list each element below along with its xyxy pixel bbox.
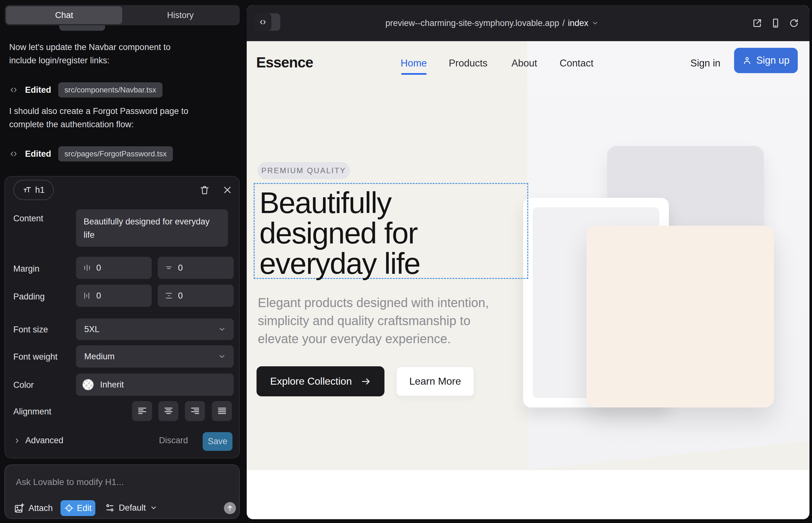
discard-button[interactable]: Discard (159, 436, 188, 446)
align-justify-button[interactable] (212, 401, 232, 421)
hero-badge: PREMIUM QUALITY (258, 162, 350, 179)
send-button[interactable] (224, 502, 236, 514)
url-breadcrumb[interactable]: preview--charming-site-symphony.lovable.… (385, 5, 599, 41)
padding-vertical-icon (165, 292, 173, 300)
code-view-button[interactable] (254, 13, 271, 31)
site-logo[interactable]: Essence (256, 54, 313, 71)
alignment-label: Alignment (13, 407, 51, 417)
delete-element-button[interactable] (198, 183, 212, 197)
nav-link-about[interactable]: About (511, 58, 537, 69)
align-justify-icon (217, 406, 227, 417)
arrow-up-icon (226, 504, 234, 512)
arrow-right-icon (361, 376, 371, 386)
edit-mode-button[interactable]: Edit (60, 500, 95, 516)
tab-history[interactable]: History (122, 6, 239, 24)
target-icon (64, 503, 74, 513)
file-chip[interactable]: src/components/Navbar.tsx (58, 82, 162, 97)
chevron-down-icon (218, 325, 226, 333)
nav-link-contact[interactable]: Contact (560, 58, 594, 69)
edited-label: Edited (25, 149, 51, 159)
trash-icon (199, 184, 210, 195)
heading-line: Beautifully (259, 187, 420, 218)
chat-composer: Ask Lovable to modify H1... Attach Edit … (4, 465, 240, 519)
font-weight-label: Font weight (13, 352, 58, 362)
user-icon (742, 56, 752, 65)
hero-heading-selected[interactable]: Beautifully designed for everyday life (259, 187, 420, 278)
code-preview-toggle[interactable] (254, 13, 280, 31)
mobile-view-button[interactable] (771, 18, 781, 28)
margin-horizontal-icon (83, 264, 91, 272)
open-external-button[interactable] (752, 18, 762, 28)
chevron-right-icon (13, 437, 21, 445)
sign-up-button[interactable]: Sign up (734, 48, 798, 73)
color-label: Color (13, 380, 34, 390)
close-editor-button[interactable] (220, 183, 234, 197)
margin-label: Margin (13, 264, 40, 274)
align-right-button[interactable] (185, 401, 205, 421)
padding-y-input[interactable]: 0 (158, 285, 234, 307)
edited-label: Edited (25, 85, 51, 95)
composer-input[interactable]: Ask Lovable to modify H1... (16, 477, 124, 487)
align-center-icon (163, 406, 174, 417)
attach-image-icon (14, 503, 25, 513)
close-icon (223, 185, 232, 195)
smartphone-icon (771, 18, 781, 28)
padding-label: Padding (13, 292, 45, 302)
attach-label: Attach (29, 503, 53, 513)
content-label: Content (13, 214, 43, 223)
refresh-icon (789, 18, 799, 28)
url-host: preview--charming-site-symphony.lovable.… (385, 18, 559, 28)
font-size-label: Font size (13, 325, 48, 335)
chat-message: I should also create a Forgot Password p… (9, 105, 215, 131)
decor-beige-square (586, 226, 774, 408)
save-button[interactable]: Save (203, 432, 232, 451)
attach-button[interactable]: Attach (14, 503, 53, 513)
mode-select[interactable]: Default (105, 503, 157, 513)
edit-label: Edit (77, 503, 92, 513)
chat-history-tabbar: Chat History (5, 5, 240, 25)
font-weight-select[interactable]: Medium (76, 345, 234, 367)
chevron-down-icon (592, 20, 599, 26)
refresh-button[interactable] (789, 18, 799, 28)
mode-value: Default (119, 503, 146, 513)
sign-up-label: Sign up (756, 55, 790, 66)
heading-line: designed for (259, 218, 420, 248)
url-page: index (568, 18, 588, 28)
font-size-select[interactable]: 5XL (76, 319, 234, 340)
align-left-button[interactable] (132, 401, 152, 421)
chevron-down-icon (218, 353, 226, 361)
preview-toolbar: preview--charming-site-symphony.lovable.… (247, 5, 810, 41)
selected-element-badge[interactable]: h1 (13, 180, 54, 200)
content-input[interactable]: Beautifully designed for everyday life (76, 209, 228, 247)
color-swatch (82, 379, 94, 390)
margin-vertical-icon (165, 264, 173, 272)
sign-in-link[interactable]: Sign in (690, 58, 721, 69)
margin-y-value: 0 (178, 263, 183, 273)
margin-x-input[interactable]: 0 (76, 257, 152, 279)
edited-file-row: Edited src/components/Navbar.tsx (9, 81, 162, 99)
preview-window: preview--charming-site-symphony.lovable.… (247, 5, 810, 519)
align-center-button[interactable] (158, 401, 178, 421)
text-size-icon (22, 185, 32, 195)
file-chip[interactable]: src/pages/ForgotPassword.tsx (58, 146, 173, 161)
cta-primary-label: Explore Collection (270, 376, 352, 387)
nav-active-underline (401, 73, 427, 75)
element-tag-label: h1 (35, 185, 45, 195)
nav-link-home[interactable]: Home (401, 58, 427, 69)
color-select[interactable]: Inherit (76, 374, 234, 396)
tab-chat[interactable]: Chat (6, 6, 122, 24)
margin-y-input[interactable]: 0 (158, 257, 234, 279)
chevron-down-icon (150, 504, 157, 511)
align-left-icon (137, 406, 147, 417)
margin-x-value: 0 (96, 263, 101, 273)
nav-link-products[interactable]: Products (449, 58, 488, 69)
explore-collection-button[interactable]: Explore Collection (257, 366, 385, 396)
advanced-toggle[interactable]: Advanced (13, 436, 63, 446)
heading-line: everyday life (259, 248, 420, 278)
element-editor-panel: h1 Content Beautifully designed for ever… (4, 176, 240, 458)
padding-x-value: 0 (96, 291, 101, 301)
hero-description: Elegant products designed with intention… (258, 294, 511, 348)
learn-more-button[interactable]: Learn More (396, 366, 474, 396)
url-separator: / (562, 18, 565, 28)
padding-x-input[interactable]: 0 (76, 285, 152, 307)
